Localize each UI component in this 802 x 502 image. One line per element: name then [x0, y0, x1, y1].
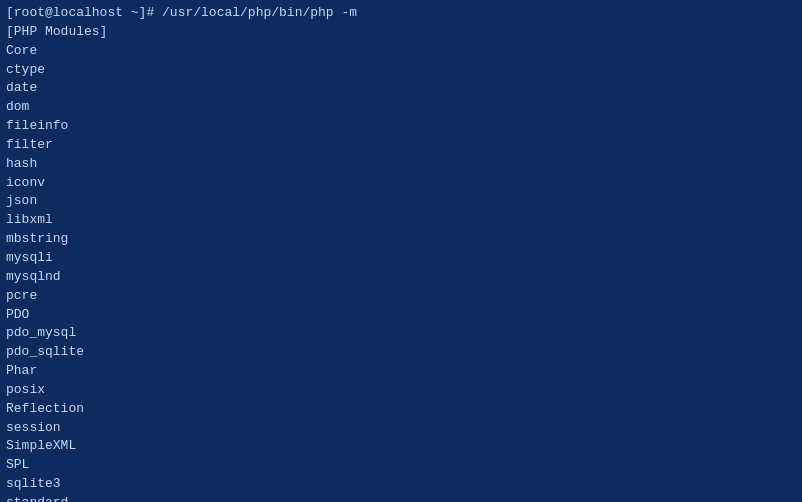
terminal-line: sqlite3: [6, 475, 796, 494]
terminal-line: standard: [6, 494, 796, 502]
terminal-line: mysqlnd: [6, 268, 796, 287]
terminal-line: pdo_mysql: [6, 324, 796, 343]
terminal-line: Phar: [6, 362, 796, 381]
terminal-line: [root@localhost ~]# /usr/local/php/bin/p…: [6, 4, 796, 23]
terminal-line: date: [6, 79, 796, 98]
terminal-line: mysqli: [6, 249, 796, 268]
terminal-line: [PHP Modules]: [6, 23, 796, 42]
terminal-line: libxml: [6, 211, 796, 230]
terminal-line: pdo_sqlite: [6, 343, 796, 362]
terminal-line: Core: [6, 42, 796, 61]
terminal-line: ctype: [6, 61, 796, 80]
terminal-line: SimpleXML: [6, 437, 796, 456]
terminal-line: iconv: [6, 174, 796, 193]
terminal-line: mbstring: [6, 230, 796, 249]
terminal-window: [root@localhost ~]# /usr/local/php/bin/p…: [0, 0, 802, 502]
terminal-line: posix: [6, 381, 796, 400]
terminal-line: Reflection: [6, 400, 796, 419]
terminal-line: filter: [6, 136, 796, 155]
terminal-line: SPL: [6, 456, 796, 475]
terminal-line: json: [6, 192, 796, 211]
terminal-line: pcre: [6, 287, 796, 306]
terminal-line: session: [6, 419, 796, 438]
terminal-line: hash: [6, 155, 796, 174]
terminal-line: fileinfo: [6, 117, 796, 136]
terminal-line: PDO: [6, 306, 796, 325]
terminal-line: dom: [6, 98, 796, 117]
